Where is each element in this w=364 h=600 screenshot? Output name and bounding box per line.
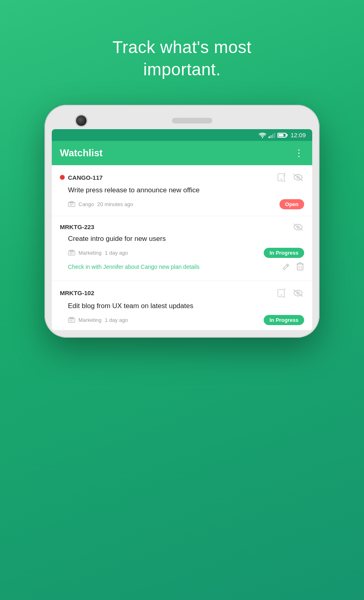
svg-line-32 [284,289,285,289]
status-time: 12:09 [290,132,306,138]
status-badge[interactable]: In Progress [264,315,304,325]
sub-item-text: Check in with Jennifer about Cango new p… [68,263,278,271]
item-actions [292,223,304,232]
svg-line-5 [284,173,285,174]
list-item: MRKTG-102 + [52,281,312,330]
sub-item: Check in with Jennifer about Cango new p… [60,262,304,274]
time-ago: 20 minutes ago [97,201,133,207]
issue-title: Create intro guide for new users [68,234,304,244]
time-ago: 1 day ago [105,317,128,323]
phone-camera [76,115,87,126]
item-meta: Marketing 1 day ago In Progress [68,315,304,325]
battery-icon [277,133,286,138]
list-item: MRKTG-223 Create intro guide f [52,216,312,281]
project-icon [68,201,75,207]
trash-icon[interactable] [296,262,304,272]
phone-mockup: 12:09 Watchlist ⋮ CANGO-117 [44,105,320,337]
item-actions: + [276,172,304,183]
issue-id-row: CANGO-117 [60,174,103,181]
svg-rect-0 [269,136,270,138]
meta-left: Cango 20 minutes ago [68,201,133,207]
phone-speaker [172,118,212,123]
phone-outer: 12:09 Watchlist ⋮ CANGO-117 [44,105,320,337]
priority-dot [60,175,65,180]
project-name: Marketing [78,250,102,256]
project-name: Marketing [78,317,102,323]
add-note-icon[interactable]: + [276,287,287,299]
signal-icon [269,132,275,138]
project-icon [68,250,75,255]
item-meta: Marketing 1 day ago In Progress [68,248,304,258]
issue-id-row: MRKTG-102 [60,289,94,296]
svg-line-33 [284,297,285,298]
status-icons: 12:09 [259,132,306,138]
svg-rect-2 [272,134,273,138]
phone-top-bar [52,112,312,129]
svg-line-6 [284,181,285,182]
eye-slash-icon[interactable] [292,223,304,232]
project-icon [68,317,75,323]
add-note-icon[interactable]: + [276,172,287,183]
status-badge[interactable]: Open [279,199,304,209]
list-item-header: CANGO-117 + [60,172,304,183]
project-name: Cango [78,201,94,207]
svg-rect-3 [274,133,275,138]
item-meta: Cango 20 minutes ago Open [68,199,304,209]
issue-id: CANGO-117 [68,174,103,181]
item-actions: + [276,287,304,299]
tagline: Track what's most important. [112,36,252,81]
app-title: Watchlist [60,147,103,159]
eye-slash-icon[interactable] [292,173,304,182]
svg-text:+: + [280,177,282,181]
issue-id-row: MRKTG-223 [60,223,94,230]
app-toolbar: Watchlist ⋮ [52,141,312,165]
list-item-header: MRKTG-223 [60,223,304,232]
status-badge[interactable]: In Progress [264,248,304,258]
pencil-icon[interactable] [282,262,290,272]
meta-left: Marketing 1 day ago [68,250,128,256]
svg-line-23 [287,265,288,266]
svg-rect-1 [271,135,272,138]
time-ago: 1 day ago [105,250,128,256]
more-options-icon[interactable]: ⋮ [294,147,304,159]
issue-title: Edit blog from UX team on latest updates [68,301,304,311]
svg-rect-24 [297,264,303,270]
list-item: CANGO-117 + [52,165,312,216]
issue-id: MRKTG-102 [60,289,94,296]
svg-text:+: + [280,293,282,297]
list-item-header: MRKTG-102 + [60,287,304,299]
phone-screen: 12:09 Watchlist ⋮ CANGO-117 [52,129,312,330]
sub-item-actions [282,262,304,272]
battery-fill [279,134,283,136]
issue-id: MRKTG-223 [60,223,94,230]
status-bar: 12:09 [52,129,312,141]
issue-title: Write press release to announce new offi… [68,185,304,195]
wifi-icon [259,132,266,138]
eye-slash-icon[interactable] [292,289,304,298]
meta-left: Marketing 1 day ago [68,317,128,323]
